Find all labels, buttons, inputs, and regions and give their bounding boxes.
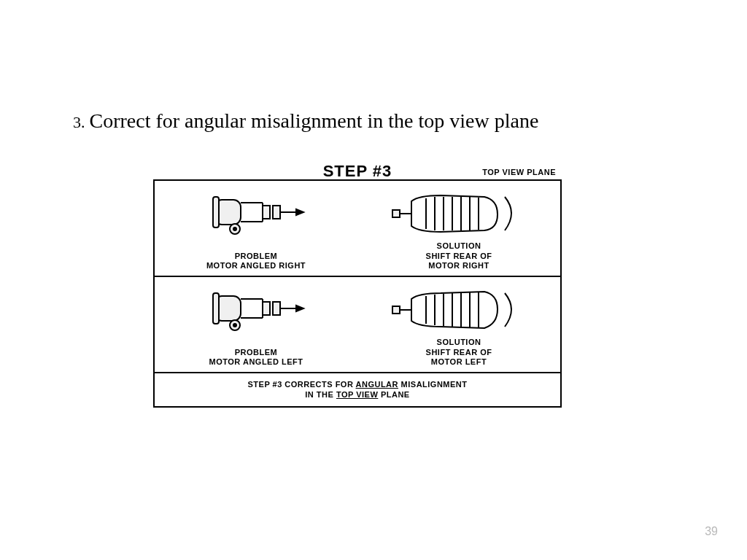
motor-drawing-left xyxy=(357,283,560,341)
row2-problem-label: PROBLEM xyxy=(209,348,303,358)
row1-problem-text: MOTOR ANGLED RIGHT xyxy=(206,261,306,271)
footer-u1: ANGULAR xyxy=(356,380,399,389)
svg-rect-8 xyxy=(273,206,280,219)
svg-marker-10 xyxy=(296,209,303,215)
row2-solution-text2: MOTOR LEFT xyxy=(426,357,492,368)
svg-rect-31 xyxy=(392,306,400,314)
row2-solution: SOLUTION SHIFT REAR OF MOTOR LEFT xyxy=(357,277,560,372)
row1-solution-text2: MOTOR RIGHT xyxy=(426,261,492,271)
diagram-figure: STEP #3 TOP VIEW PLANE xyxy=(153,162,562,408)
row2-problem-text: MOTOR ANGLED LEFT xyxy=(209,357,303,368)
footer-d: PLANE xyxy=(378,390,409,399)
pump-coupling-drawing xyxy=(155,187,357,245)
title-number: 3. xyxy=(73,113,85,131)
footer-c: IN THE xyxy=(305,390,336,399)
row1-problem-label: PROBLEM xyxy=(206,252,306,262)
footer-summary: STEP #3 CORRECTS FOR ANGULAR MISALIGNMEN… xyxy=(155,373,560,406)
row2-solution-text1: SHIFT REAR OF xyxy=(426,348,492,358)
row-angled-right: PROBLEM MOTOR ANGLED RIGHT xyxy=(155,181,560,277)
svg-rect-27 xyxy=(263,302,270,315)
row-angled-left: PROBLEM MOTOR ANGLED LEFT xyxy=(155,277,560,373)
svg-rect-11 xyxy=(392,210,400,217)
row1-problem: PROBLEM MOTOR ANGLED RIGHT xyxy=(155,181,357,276)
slide-title: 3.Correct for angular misalignment in th… xyxy=(73,109,538,133)
svg-rect-28 xyxy=(273,302,280,315)
row2-problem: PROBLEM MOTOR ANGLED LEFT xyxy=(155,277,357,372)
svg-rect-1 xyxy=(213,197,219,228)
svg-rect-7 xyxy=(263,206,270,219)
footer-b: MISALIGNMENT xyxy=(398,380,468,389)
row1-solution-text1: SHIFT REAR OF xyxy=(426,252,492,262)
svg-rect-21 xyxy=(213,293,219,324)
diagram-box: PROBLEM MOTOR ANGLED RIGHT xyxy=(153,179,562,408)
footer-u2: TOP VIEW xyxy=(336,390,378,399)
svg-point-3 xyxy=(233,228,236,230)
title-text: Correct for angular misalignment in the … xyxy=(90,109,539,132)
footer-a: STEP #3 CORRECTS FOR xyxy=(247,380,355,389)
motor-drawing-right xyxy=(357,187,560,245)
pump-coupling-drawing-2 xyxy=(155,283,357,341)
page-number: 39 xyxy=(705,525,718,538)
row1-solution: SOLUTION SHIFT REAR OF MOTOR RIGHT xyxy=(357,181,560,276)
svg-point-23 xyxy=(233,324,236,327)
svg-marker-30 xyxy=(296,306,303,311)
